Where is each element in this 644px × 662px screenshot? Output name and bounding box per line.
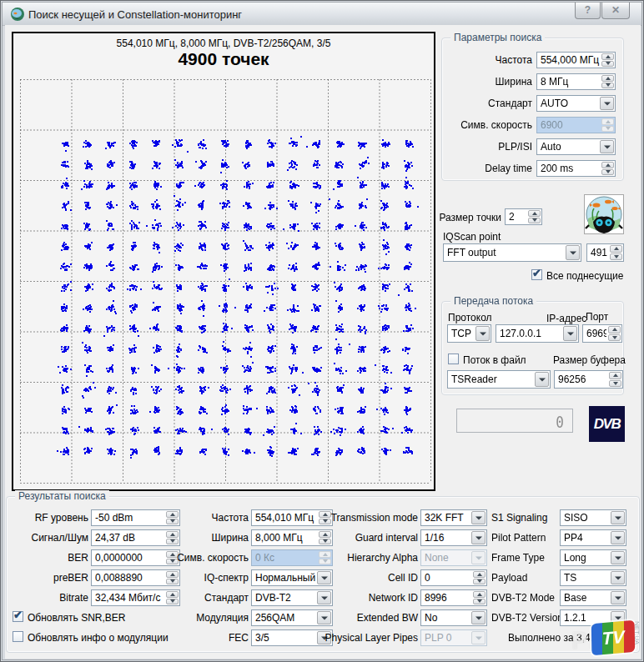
checkmark-icon: ✔ bbox=[532, 267, 541, 279]
stream-to-file-label: Поток в файл bbox=[463, 354, 538, 366]
dropdown-button[interactable] bbox=[535, 372, 549, 387]
spin-up bbox=[601, 118, 614, 125]
r-symrate-label: Симв. скорость bbox=[151, 552, 249, 564]
dropdown-button[interactable] bbox=[611, 531, 625, 544]
buffer-field[interactable]: 96256 bbox=[554, 370, 623, 389]
spin-up[interactable] bbox=[609, 372, 621, 379]
dropdown-button[interactable] bbox=[611, 511, 625, 524]
dropdown-button[interactable] bbox=[471, 511, 486, 524]
dropdown-button[interactable] bbox=[471, 611, 486, 624]
iqscan-combo[interactable]: FFT output bbox=[443, 243, 581, 262]
extbw-combo[interactable]: No bbox=[420, 609, 487, 626]
t2mode-combo[interactable]: Base bbox=[560, 589, 626, 606]
standard-combo[interactable]: AUTO bbox=[536, 95, 616, 112]
spin-down[interactable] bbox=[608, 334, 621, 342]
dot-size-field[interactable]: 2 bbox=[505, 208, 542, 225]
iq-spectrum-label: IQ-спектр bbox=[151, 572, 249, 584]
spin-down[interactable] bbox=[528, 218, 541, 224]
spin-up[interactable] bbox=[601, 162, 614, 168]
s1-combo[interactable]: SISO bbox=[560, 509, 626, 526]
close-button[interactable]: ✕ bbox=[601, 3, 630, 19]
spin-down[interactable] bbox=[609, 380, 621, 388]
update-mod-checkbox[interactable]: ✔ bbox=[13, 631, 23, 642]
iqscan-label: IQScan point bbox=[443, 231, 543, 243]
dropdown-button[interactable] bbox=[611, 551, 625, 564]
guard-label: Guard interval bbox=[318, 532, 418, 544]
spin-up[interactable] bbox=[610, 245, 622, 253]
all-carriers-checkbox[interactable]: ✔ bbox=[531, 269, 542, 280]
dropdown-button[interactable] bbox=[566, 245, 580, 260]
spin-down[interactable] bbox=[473, 579, 486, 585]
dropdown-button[interactable] bbox=[563, 326, 577, 341]
spin-up[interactable] bbox=[608, 326, 621, 334]
search-params-caption: Параметры поиска bbox=[450, 32, 545, 43]
port-field[interactable]: 6969 bbox=[582, 324, 622, 343]
dropdown-button[interactable] bbox=[611, 591, 625, 604]
spin-up[interactable] bbox=[601, 75, 614, 82]
dropdown-button[interactable] bbox=[475, 326, 490, 341]
spin-down[interactable] bbox=[601, 169, 614, 176]
dropdown-button bbox=[471, 551, 486, 564]
tmode-combo[interactable]: 32K FFT bbox=[420, 509, 487, 526]
spin-up[interactable] bbox=[601, 53, 614, 60]
dropdown-button[interactable] bbox=[471, 531, 486, 544]
spin-up[interactable] bbox=[473, 591, 486, 598]
dropdown-button[interactable] bbox=[611, 611, 625, 624]
symrate-field: 6900 bbox=[536, 117, 616, 133]
dropdown-button[interactable] bbox=[611, 571, 625, 584]
update-snr-label: Обновлять SNR,BER bbox=[28, 612, 161, 624]
width-field[interactable]: 8 МГц bbox=[536, 73, 616, 90]
stream-to-file-checkbox[interactable]: ✔ bbox=[448, 354, 459, 364]
iqscan-point-field[interactable]: 491 bbox=[586, 243, 624, 262]
width-label: Ширина bbox=[418, 76, 532, 88]
spin-down[interactable] bbox=[601, 83, 614, 89]
title-bar: Поиск несущей и Constellation-мониторинг bbox=[3, 3, 641, 26]
status-text: Выполнено за 3,429 s bbox=[508, 632, 609, 644]
plp-pipes-label: Physical Layer Pipes bbox=[318, 632, 418, 644]
buffer-label: Размер буфера bbox=[553, 354, 624, 366]
cellid-label: Cell ID bbox=[318, 572, 418, 584]
help-button[interactable]: ? bbox=[575, 3, 601, 19]
extbw-label: Extended BW bbox=[318, 612, 418, 624]
frame-type-combo[interactable]: Long bbox=[560, 549, 626, 566]
stream-caption: Передача потока bbox=[450, 295, 536, 307]
plp-pipes-combo: PLP 0 bbox=[420, 629, 487, 646]
netid-field[interactable]: 8996 bbox=[420, 589, 487, 606]
app-icon bbox=[10, 7, 25, 22]
protocol-label: Протокол bbox=[448, 312, 515, 323]
iqscan-point-spinner bbox=[609, 244, 623, 261]
protocol-combo[interactable]: TCP bbox=[447, 324, 491, 343]
constellation-panel: 554,010 МГц, 8,000 МГц, DVB-T2/256QAM, 3… bbox=[12, 32, 435, 491]
cellid-field[interactable]: 0 bbox=[420, 569, 487, 586]
plp-combo[interactable]: Auto bbox=[536, 138, 616, 155]
payload-combo[interactable]: TS bbox=[560, 569, 626, 586]
dropdown-button[interactable] bbox=[600, 97, 614, 110]
standard-label: Стандарт bbox=[418, 98, 532, 109]
spin-down[interactable] bbox=[601, 61, 614, 68]
all-carriers-label: Все поднесущие bbox=[546, 270, 626, 282]
bitrate-label: Bitrate bbox=[9, 592, 88, 604]
dot-size-spinner bbox=[527, 209, 541, 224]
update-snr-checkbox[interactable]: ✔ bbox=[13, 611, 23, 622]
r-standard-label: Стандарт bbox=[151, 592, 249, 604]
spin-up[interactable] bbox=[473, 571, 486, 578]
spin-down[interactable] bbox=[610, 253, 622, 261]
r-freq-label: Частота bbox=[151, 512, 249, 524]
spin-down[interactable] bbox=[473, 599, 486, 605]
s1-label: S1 Signaling bbox=[491, 512, 560, 524]
delay-field[interactable]: 200 ms bbox=[536, 160, 616, 177]
spin-up[interactable] bbox=[528, 210, 541, 217]
dropdown-button[interactable] bbox=[600, 140, 614, 153]
t2version-combo[interactable]: 1.2.1 bbox=[560, 609, 626, 626]
ip-combo[interactable]: 127.0.0.1 bbox=[496, 324, 579, 343]
rf-label: RF уровень bbox=[9, 512, 88, 524]
reader-combo[interactable]: TSReader bbox=[447, 370, 551, 389]
aquarium-icon[interactable] bbox=[584, 194, 624, 234]
freq-field[interactable]: 554,000 МГц bbox=[536, 52, 616, 68]
guard-combo[interactable]: 1/16 bbox=[420, 529, 487, 546]
plot-title: 4900 точек bbox=[13, 49, 434, 69]
results-caption: Результаты поиска bbox=[15, 490, 109, 502]
r-width-label: Ширина bbox=[151, 532, 249, 544]
dropdown-button bbox=[471, 631, 486, 644]
pilot-combo[interactable]: PP4 bbox=[560, 529, 626, 546]
